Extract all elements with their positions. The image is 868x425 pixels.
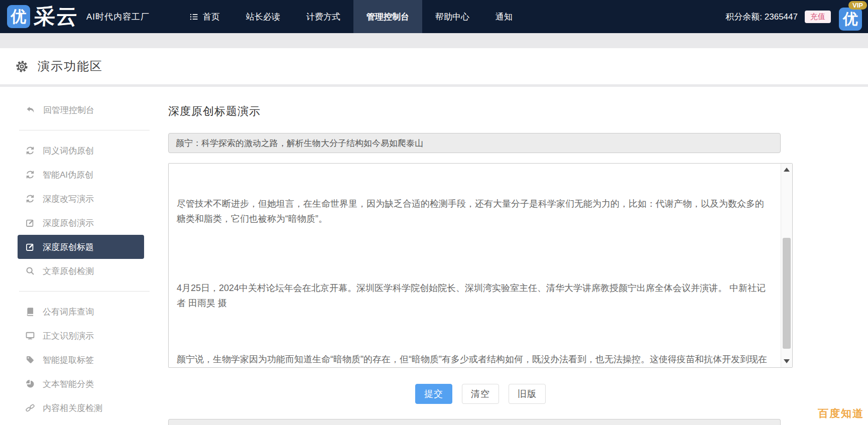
section-title: 深度原创标题演示 <box>168 104 793 119</box>
search-icon <box>26 266 35 275</box>
main-menu: 首页 站长必读 计费方式 管理控制台 帮助中心 通知 <box>177 0 526 33</box>
pie-chart-icon <box>26 379 35 388</box>
sidebar-item-relevance-check[interactable]: 内容相关度检测 <box>18 396 144 420</box>
sidebar-item-ai-rewrite[interactable]: 智能AI伪原创 <box>18 163 144 187</box>
scrollbar[interactable] <box>781 164 792 367</box>
sidebar-item-label: 深度改写演示 <box>43 193 94 205</box>
sidebar-item-originality-check[interactable]: 文章原创检测 <box>18 259 144 283</box>
menu-item-label: 帮助中心 <box>435 11 469 23</box>
scroll-down-arrow[interactable] <box>781 356 792 366</box>
vip-badge: VIP <box>848 1 867 10</box>
sidebar: 回管理控制台 同义词伪原创 智能AI伪原创 深度改写演示 深度原创演示 深 <box>0 87 156 420</box>
sidebar-item-deep-original-title[interactable]: 深度原创标题 <box>18 235 144 259</box>
watermark: 百度知道 <box>818 406 864 420</box>
paragraph: 尽管技术不断进步，但她坦言，在生命世界里，因为缺乏合适的检测手段，还有大量分子是… <box>177 196 773 226</box>
menu-item-billing[interactable]: 计费方式 <box>293 0 353 33</box>
refresh-icon <box>26 146 35 155</box>
sidebar-item-body-recognition[interactable]: 正文识别演示 <box>18 324 144 348</box>
page-title: 演示功能区 <box>38 58 103 74</box>
sidebar-item-deep-original-demo[interactable]: 深度原创演示 <box>18 211 144 235</box>
edit-icon <box>26 242 35 251</box>
app-root: 优 采云 AI时代内容工厂 首页 站长必读 计费方式 管理控制台 帮助中心 通知 <box>0 0 868 425</box>
content-card: 回管理控制台 同义词伪原创 智能AI伪原创 深度改写演示 深度原创演示 深 <box>0 87 868 425</box>
sidebar-item-label: 深度原创标题 <box>43 241 94 253</box>
textarea-text: 尽管技术不断进步，但她坦言，在生命世界里，因为缺乏合适的检测手段，还有大量分子是… <box>169 164 781 367</box>
menu-item-home[interactable]: 首页 <box>177 0 233 33</box>
refresh-icon <box>26 194 35 203</box>
menu-item-console[interactable]: 管理控制台 <box>353 0 422 33</box>
clear-button[interactable]: 清空 <box>462 384 499 404</box>
brand-logo-name: 采云 <box>33 3 79 31</box>
submit-button[interactable]: 提交 <box>415 384 452 404</box>
sidebar-divider <box>19 130 150 130</box>
brand-tagline: AI时代内容工厂 <box>86 11 150 23</box>
menu-item-notice[interactable]: 通知 <box>482 0 526 33</box>
sidebar-item-label: 智能提取标签 <box>43 354 94 366</box>
sidebar-item-public-thesaurus[interactable]: 公有词库查询 <box>18 300 144 324</box>
sidebar-item-tag-extraction[interactable]: 智能提取标签 <box>18 348 144 372</box>
menu-item-label: 管理控制台 <box>366 11 409 23</box>
brand-logo-icon: 优 <box>7 5 30 28</box>
brand-logo[interactable]: 优 采云 AI时代内容工厂 <box>7 3 150 31</box>
paragraph: 颜宁说，生物学家因为功能而知道生命“暗物质”的存在，但“暗物质”有多少或者结构如… <box>177 352 773 367</box>
sidebar-item-label: 公有词库查询 <box>43 306 94 318</box>
sidebar-item-label: 同义词伪原创 <box>43 145 94 157</box>
avatar[interactable]: 优 <box>839 8 862 31</box>
top-navbar: 优 采云 AI时代内容工厂 首页 站长必读 计费方式 管理控制台 帮助中心 通知 <box>0 0 868 33</box>
link-icon <box>26 403 35 412</box>
menu-item-help[interactable]: 帮助中心 <box>422 0 482 33</box>
book-icon <box>26 307 35 316</box>
user-avatar-wrap: 优 VIP <box>838 1 866 32</box>
menu-item-must-read[interactable]: 站长必读 <box>233 0 293 33</box>
recharge-button[interactable]: 充值 <box>805 11 831 23</box>
next-section-edge <box>168 419 781 425</box>
sidebar-item-text-classification[interactable]: 文本智能分类 <box>18 372 144 396</box>
edit-icon <box>26 218 35 227</box>
page-header: 演示功能区 <box>0 48 868 84</box>
points-balance: 积分余额: 2365447 <box>725 11 798 23</box>
menu-item-label: 计费方式 <box>306 11 340 23</box>
nav-right: 积分余额: 2365447 充值 优 VIP <box>725 1 866 32</box>
button-row: 提交 清空 旧版 <box>168 384 793 404</box>
back-arrow-icon <box>26 105 35 115</box>
sidebar-divider <box>19 291 150 292</box>
sidebar-item-synonym-rewrite[interactable]: 同义词伪原创 <box>18 138 144 163</box>
refresh-icon <box>26 170 35 179</box>
scroll-up-arrow[interactable] <box>781 165 792 175</box>
menu-item-label: 首页 <box>203 11 220 23</box>
gear-icon <box>15 60 29 73</box>
sidebar-item-deep-rewrite-demo[interactable]: 深度改写演示 <box>18 187 144 211</box>
main-content: 深度原创标题演示 尽管技术不断进步，但她坦言，在生命世界里，因为缺乏合适的检测手… <box>168 87 793 404</box>
title-result-input[interactable] <box>168 133 781 153</box>
sidebar-item-label: 回管理控制台 <box>43 104 94 116</box>
scrollbar-thumb[interactable] <box>783 238 791 349</box>
content-textarea[interactable]: 尽管技术不断进步，但她坦言，在生命世界里，因为缺乏合适的检测手段，还有大量分子是… <box>168 163 793 368</box>
sidebar-item-label: 深度原创演示 <box>43 217 94 229</box>
sidebar-item-label: 内容相关度检测 <box>43 402 102 414</box>
paragraph: 4月25日，2024中关村论坛年会在北京开幕。深圳医学科学院创始院长、深圳湾实验… <box>177 280 773 311</box>
sidebar-item-label: 文章原创检测 <box>43 265 94 277</box>
sidebar-item-label: 智能AI伪原创 <box>43 169 93 181</box>
legacy-version-button[interactable]: 旧版 <box>509 384 546 404</box>
sidebar-item-label: 文本智能分类 <box>43 378 94 390</box>
list-icon <box>190 13 198 21</box>
tag-icon <box>26 355 35 364</box>
sidebar-item-label: 正文识别演示 <box>43 330 94 342</box>
monitor-icon <box>26 331 35 340</box>
menu-item-label: 通知 <box>495 11 513 23</box>
menu-item-label: 站长必读 <box>246 11 280 23</box>
sidebar-item-back-to-console[interactable]: 回管理控制台 <box>18 98 144 122</box>
